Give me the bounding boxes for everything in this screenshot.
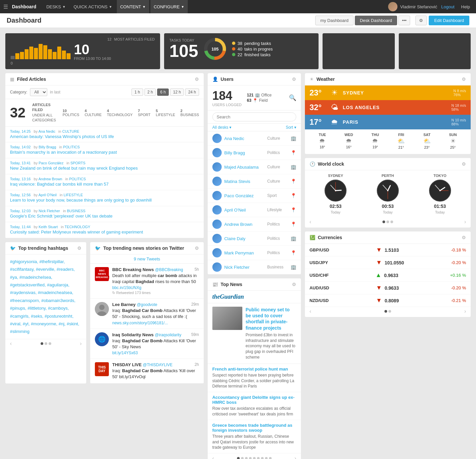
article-list: Today, 14:25 by Ana Nedic in CULTURE Ame…: [5, 127, 204, 238]
time-filter-24h[interactable]: 24 h: [185, 88, 199, 96]
news-dot-4[interactable]: [249, 457, 252, 459]
tweet-link-0[interactable]: bbc.in/15bUNXg: [112, 285, 199, 290]
edit-dashboard-button[interactable]: Edit Dashboard: [429, 16, 469, 25]
users-search-input[interactable]: [212, 112, 296, 121]
nav-item-desks[interactable]: DESKS ▼: [43, 0, 69, 13]
article-title-0[interactable]: American beauty: Vanessa Winship's photo…: [10, 134, 199, 140]
users-gear-icon[interactable]: ⚙: [292, 76, 296, 82]
news-next-arrow[interactable]: ›: [294, 455, 296, 459]
tabs-more[interactable]: •••: [398, 16, 410, 25]
tag-dot-2[interactable]: [45, 342, 47, 345]
news-dot-5[interactable]: [253, 457, 256, 459]
user-name-5[interactable]: April O'Neil: [224, 208, 267, 213]
clock-dot-2[interactable]: [386, 221, 389, 223]
articles-count-big: 32: [10, 105, 26, 120]
world-clock-gear-icon[interactable]: ⚙: [462, 161, 466, 167]
user-name-4[interactable]: Paco González: [224, 193, 267, 198]
nav-item-quick-actions[interactable]: QUICK ACTIONS ▼: [70, 0, 116, 13]
clock-dot-3[interactable]: [390, 221, 393, 223]
settings-button[interactable]: ⚙: [415, 16, 427, 25]
page-title: Dashboard: [7, 17, 313, 24]
news-main-title[interactable]: Public money set to be used to cover sho…: [246, 307, 296, 331]
user-name-1[interactable]: Billy Bragg: [224, 150, 267, 155]
article-title-2[interactable]: New Zealand on brink of defeat but rain …: [10, 166, 199, 171]
currency-dot-2[interactable]: [388, 310, 391, 313]
user-name-6[interactable]: Andrew Brown: [224, 222, 267, 227]
category-select[interactable]: All: [30, 88, 47, 96]
tag-dot-3[interactable]: [49, 342, 51, 345]
clock-sydney: SYDNEY 02:53 Today: [324, 174, 347, 214]
weather-gear-icon[interactable]: ⚙: [462, 76, 466, 82]
twitter-gear-icon[interactable]: ⚙: [195, 245, 199, 251]
tweet-link-2[interactable]: bit.ly/14YSx63: [112, 351, 199, 355]
currency-prev-arrow[interactable]: ‹: [310, 308, 311, 314]
forecast-tue: TUE 🌧 18°: [319, 133, 326, 149]
news-dot-1[interactable]: [237, 457, 240, 459]
clock-navigation: ‹ ›: [305, 218, 471, 228]
sub-nav-actions: ⚙ Edit Dashboard: [415, 16, 469, 25]
trending-hashtags-gear-icon[interactable]: ⚙: [77, 245, 82, 251]
help-link[interactable]: Help: [458, 4, 473, 9]
time-filter-2h[interactable]: 2 h: [144, 88, 156, 96]
time-filter-12h[interactable]: 12 h: [170, 88, 184, 96]
articles-stat-card: 12 MOST ARTICLES FILED: [5, 33, 160, 69]
field-label: Field: [259, 98, 268, 103]
time-filter-6h[interactable]: 6 h: [157, 88, 169, 96]
tag-prev-arrow[interactable]: ‹: [10, 341, 12, 347]
user-name-8[interactable]: Mark Perryman: [224, 250, 267, 255]
tag-next-arrow[interactable]: ›: [80, 341, 82, 347]
filed-articles-gear-icon[interactable]: ⚙: [195, 76, 199, 82]
currency-arrow-4: ▼: [376, 297, 382, 304]
top-news-gear-icon[interactable]: ⚙: [292, 282, 296, 287]
weather-icon: ☀: [310, 76, 314, 82]
users-sort[interactable]: Sort ▾: [286, 125, 296, 130]
article-title-4[interactable]: Learn to love your body now, because thi…: [10, 198, 199, 203]
currencies-gear-icon[interactable]: ⚙: [462, 235, 466, 240]
article-title-5[interactable]: Google's Eric Schmidt 'perplexed' over U…: [10, 214, 199, 219]
news-dot-6[interactable]: [257, 457, 260, 459]
user-name-0[interactable]: Ana Nedic: [224, 136, 267, 141]
user-name-3[interactable]: Matina Stevis: [224, 179, 267, 184]
left-column: ▦ Filed Articles ⚙ Category: All in last…: [5, 73, 204, 459]
currency-dot-1[interactable]: [384, 310, 387, 313]
news-item-title-1[interactable]: Accountancy giant Deloitte signs up ex-H…: [212, 395, 296, 405]
paris-humidity: 88%: [451, 122, 466, 126]
news-main-desc: Promised £3bn to invest in infrastructur…: [246, 332, 296, 360]
clock-dot-1[interactable]: [382, 221, 385, 223]
nav-item-content[interactable]: CONTENT ▼: [117, 0, 149, 13]
news-item-title-0[interactable]: French anti-terrorist police hunt man: [212, 367, 296, 372]
news-dot-9[interactable]: [269, 457, 272, 459]
news-dot-7[interactable]: [261, 457, 264, 459]
logout-link[interactable]: Logout: [438, 4, 457, 9]
menu-icon[interactable]: ☰: [3, 4, 8, 10]
clock-prev-arrow[interactable]: ‹: [310, 219, 311, 225]
news-dot-8[interactable]: [265, 457, 268, 459]
article-title-3[interactable]: Iraq violence: Baghdad car bombs kill mo…: [10, 182, 199, 187]
currency-value-3: 0.9633: [384, 285, 451, 291]
user-name-9[interactable]: Nick Fletcher: [224, 265, 267, 270]
tab-my-dashboard[interactable]: my Dashboard: [315, 16, 354, 25]
news-item-title-2[interactable]: Greece becomes trade battleground as for…: [212, 423, 296, 433]
clock-next-arrow[interactable]: ›: [464, 219, 466, 225]
bar-1: [11, 56, 15, 59]
nav-item-configure[interactable]: CONFIGURE ▼: [150, 0, 188, 13]
new-tweets-count[interactable]: 9 new Tweets: [90, 254, 204, 264]
tab-desk-dashboard[interactable]: Desk Dashboard: [355, 16, 397, 25]
users-logged-label: USERS LOGGED: [212, 103, 242, 107]
article-title-1[interactable]: Britain's monarchy is an invocation of a…: [10, 150, 199, 155]
currency-value-2: 0.9633: [384, 273, 450, 278]
news-dot-2[interactable]: [241, 457, 244, 459]
user-name-2[interactable]: Majed Abusalama: [224, 165, 267, 170]
users-search-icon[interactable]: 🔍: [289, 94, 296, 101]
tweet-link-1[interactable]: news.sky.com/story/1096181/...: [112, 321, 199, 325]
news-dot-3[interactable]: [245, 457, 248, 459]
users-desk-filter[interactable]: All desks ▾: [212, 125, 231, 130]
currency-next-arrow[interactable]: ›: [464, 308, 466, 314]
news-prev-arrow[interactable]: ‹: [212, 455, 214, 459]
category-politics: 10 POLITICS: [63, 109, 79, 117]
tweet-text-2: Iraq: Baghdad Car Bomb Attacks Kill 'Ove…: [112, 338, 199, 350]
article-title-6[interactable]: Curiosity sated: Peter Molyneux reveals …: [10, 230, 199, 235]
time-filter-1h[interactable]: 1 h: [131, 88, 143, 96]
user-name-7[interactable]: Claire Daly: [224, 236, 267, 241]
tag-dot-1[interactable]: [41, 342, 43, 345]
